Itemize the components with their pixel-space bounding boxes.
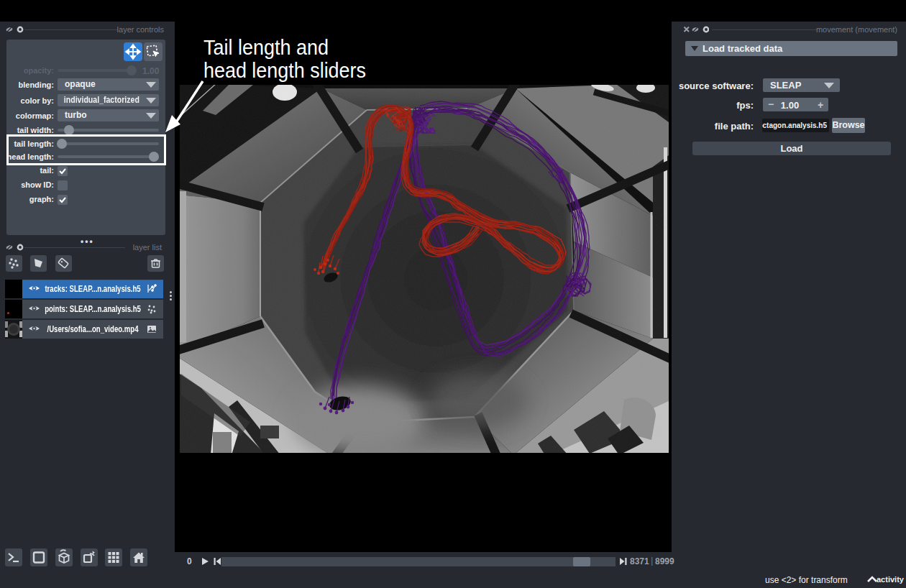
- svg-text:head length sliders: head length sliders: [203, 59, 366, 82]
- svg-text:Tail length and: Tail length and: [203, 36, 329, 59]
